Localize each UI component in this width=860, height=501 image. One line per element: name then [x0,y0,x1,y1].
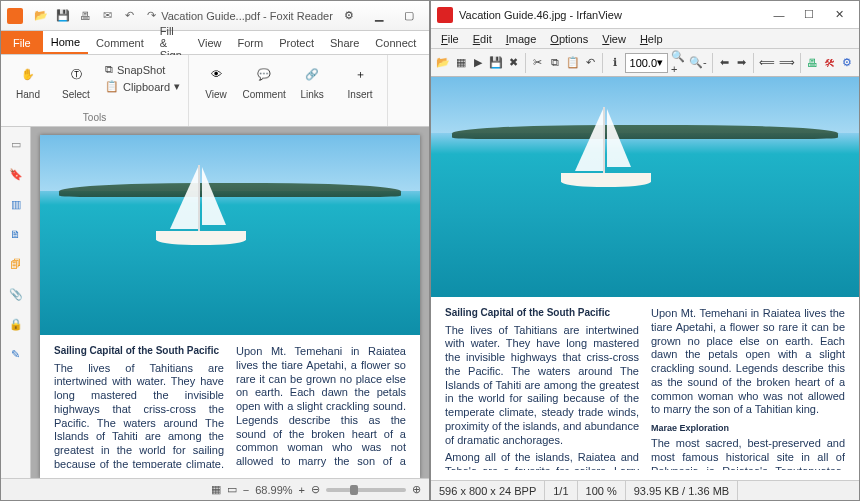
minimize-button[interactable]: — [765,5,793,25]
prev-button[interactable]: ⬅ [716,52,731,74]
pdf-page: Sailing Capital of the South Pacific The… [40,135,420,478]
status-scale: 100 % [578,481,626,500]
save-icon[interactable]: 💾 [55,8,71,24]
insert-group[interactable]: ＋ Insert [337,57,383,100]
irfan-window: Vacation Guide.46.jpg - IrfanView — ☐ ✕ … [430,0,860,501]
status-page: 1/1 [545,481,577,500]
status-dimensions: 596 x 800 x 24 BPP [431,481,545,500]
links-icon: 🔗 [299,61,325,87]
irfan-logo-icon [437,7,453,23]
print-button[interactable]: 🖶 [805,52,820,74]
zoom-out-button[interactable]: − [243,484,249,496]
paste-button[interactable]: 📋 [565,52,581,74]
menu-view[interactable]: View [596,31,632,47]
tab-form[interactable]: Form [229,33,271,53]
settings-button[interactable]: ⚙ [840,52,855,74]
tools-button[interactable]: 🛠 [822,52,837,74]
article-title: Sailing Capital of the South Pacific [445,307,639,320]
zoom-in2-button[interactable]: ⊕ [412,483,421,496]
slideshow-button[interactable]: ▶ [470,52,485,74]
snapshot-tool[interactable]: ⧉ SnapShot [101,61,184,78]
minimize-button[interactable]: ▁ [365,6,393,26]
comment-group[interactable]: 💬 Comment [241,57,287,100]
foxit-status-bar: ▦ ▭ − 68.99% + ⊖ ⊕ [1,478,429,500]
settings-icon[interactable]: ⚙ [335,6,363,26]
foxit-titlebar: 📂 💾 🖶 ✉ ↶ ↷ Vacation Guide...pdf - Foxit… [1,1,429,31]
comments-panel-icon[interactable]: 🗎 [7,225,25,243]
zoom-input[interactable]: 100.0▾ [625,53,669,73]
ribbon-tabs: File Home Comment Fill & Sign View Form … [1,31,429,55]
tab-share[interactable]: Share [322,33,367,53]
view-mode-icon[interactable]: ▦ [211,483,221,496]
select-icon: Ⓣ [63,61,89,87]
last-button[interactable]: ⟹ [778,52,796,74]
hero-photo [40,135,420,335]
undo-button[interactable]: ↶ [583,52,598,74]
pages-panel-icon[interactable]: ▭ [7,135,25,153]
menu-help[interactable]: Help [634,31,669,47]
irfan-titlebar: Vacation Guide.46.jpg - IrfanView — ☐ ✕ [431,1,859,29]
article-title: Sailing Capital of the South Pacific [54,345,224,358]
zoom-slider[interactable] [326,488,406,492]
security-panel-icon[interactable]: 🔒 [7,315,25,333]
thumbnails-button[interactable]: ▦ [453,52,468,74]
foxit-logo-icon [7,8,23,24]
attachments-panel-icon[interactable]: 📎 [7,285,25,303]
irfan-image-area[interactable]: Sailing Capital of the South Pacific The… [431,77,859,480]
select-tool[interactable]: Ⓣ Select [53,57,99,100]
zoom-value: 68.99% [255,484,292,496]
menu-image[interactable]: Image [500,31,543,47]
first-button[interactable]: ⟸ [758,52,776,74]
view-icon: 👁 [203,61,229,87]
hand-tool[interactable]: ✋ Hand [5,57,51,100]
tab-protect[interactable]: Protect [271,33,322,53]
open-icon[interactable]: 📂 [33,8,49,24]
delete-button[interactable]: ✖ [506,52,521,74]
maximize-button[interactable]: ▢ [395,6,423,26]
layout-icon[interactable]: ▭ [227,483,237,496]
zoom-out2-button[interactable]: ⊖ [311,483,320,496]
zoom-out-button[interactable]: 🔍- [688,52,708,74]
info-button[interactable]: ℹ [607,52,622,74]
close-button[interactable]: ✕ [825,5,853,25]
undo-icon[interactable]: ↶ [121,8,137,24]
snapshot-icon: ⧉ [105,63,113,76]
tab-connect[interactable]: Connect [367,33,424,53]
email-icon[interactable]: ✉ [99,8,115,24]
foxit-main: ▭ 🔖 ▥ 🗎 🗐 📎 🔒 ✎ Sailing Capital of the S… [1,127,429,478]
tab-home[interactable]: Home [43,32,88,54]
image-page: Sailing Capital of the South Pacific The… [431,77,859,480]
bookmarks-panel-icon[interactable]: 🔖 [7,165,25,183]
tab-view[interactable]: View [190,33,230,53]
print-icon[interactable]: 🖶 [77,8,93,24]
next-button[interactable]: ➡ [734,52,749,74]
links-group[interactable]: 🔗 Links [289,57,335,100]
file-tab[interactable]: File [1,31,43,54]
hero-photo [431,77,859,297]
menu-options[interactable]: Options [544,31,594,47]
open-button[interactable]: 📂 [435,52,451,74]
fields-panel-icon[interactable]: 🗐 [7,255,25,273]
copy-button[interactable]: ⧉ [547,52,562,74]
nav-panel: ▭ 🔖 ▥ 🗎 🗐 📎 🔒 ✎ [1,127,31,478]
foxit-window: 📂 💾 🖶 ✉ ↶ ↷ Vacation Guide...pdf - Foxit… [0,0,430,501]
view-group[interactable]: 👁 View [193,57,239,100]
save-button[interactable]: 💾 [488,52,504,74]
clipboard-tool[interactable]: 📋 Clipboard▾ [101,78,184,95]
menu-file[interactable]: File [435,31,465,47]
document-area[interactable]: Sailing Capital of the South Pacific The… [31,127,429,478]
comment-icon: 💬 [251,61,277,87]
insert-icon: ＋ [347,61,373,87]
maximize-button[interactable]: ☐ [795,5,823,25]
menu-edit[interactable]: Edit [467,31,498,47]
article-body: Sailing Capital of the South Pacific The… [431,297,859,480]
layers-panel-icon[interactable]: ▥ [7,195,25,213]
cut-button[interactable]: ✂ [530,52,545,74]
zoom-in-button[interactable]: 🔍+ [670,52,686,74]
irfan-status-bar: 596 x 800 x 24 BPP 1/1 100 % 93.95 KB / … [431,480,859,500]
zoom-in-button[interactable]: + [299,484,305,496]
hand-icon: ✋ [15,61,41,87]
signature-panel-icon[interactable]: ✎ [7,345,25,363]
heading-marae: Marae Exploration [651,423,845,434]
tab-comment[interactable]: Comment [88,33,152,53]
